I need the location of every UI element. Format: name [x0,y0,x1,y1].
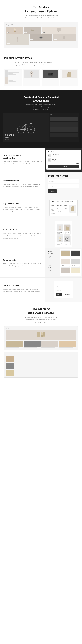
user-login-title: User Login Widget [3,284,42,287]
cat-item-label-6: Bottle [54,39,57,40]
filter-product-info-6: Lamp $32 [71,273,80,275]
filter-option-black[interactable]: Black [48,269,58,270]
cart-item-name-2: Leather Bag [52,159,80,160]
slide-thumb-2 [50,122,78,127]
megamenu-col-item-10[interactable]: Contact [64,208,68,209]
cat-grid-row-1: Vase Bag Lamp [6,27,76,34]
filter-checkbox-clocks[interactable] [48,259,48,260]
wishlist-item-info-1: Modern Chair $45.00 [57,231,63,234]
track-order-desc: Theme with the up-to-date track your ord… [3,183,42,188]
filter-checkbox-price-1[interactable] [48,262,48,263]
login-preview: Login Username or Email Password LOGIN R… [54,281,73,298]
login-username-field[interactable]: Username or Email [56,286,72,288]
filter-option-white[interactable]: White [48,270,58,271]
filter-checkbox-white[interactable] [48,270,48,271]
megamenu-nav-shop[interactable]: SHOP [61,201,64,202]
off-canvas-image: Shopping Cart Bicycle Cart Item $120.00 … [45,148,82,172]
cart-total-row: Total $205.00 [48,163,80,164]
category-grid-preview: Category Grid Vase Bag Lamp Chair [4,22,78,48]
login-preview-title: Login [56,283,72,284]
login-password-field[interactable]: Password [56,289,72,292]
filter-label-price-3: $100+ [49,265,51,266]
svg-rect-56 [40,335,42,338]
svg-point-45 [58,226,61,230]
login-submit-btn[interactable]: LOGIN [56,293,62,296]
cart-preview: Shopping Cart Bicycle Cart Item $120.00 … [46,150,81,170]
svg-rect-42 [48,160,50,161]
slide-left: bicycle MODERN BIKE $299.00 [3,113,49,142]
blog-std-line-2 [15,359,58,359]
filter-product-card-5: Chair $45 [61,268,70,275]
megamenu-col-item-4[interactable]: Sale Items [51,213,55,214]
megamenu-logo: LOGO [51,201,54,202]
blog-title: Two Stunning Blog Design Options [4,307,78,314]
blog-masonry-preview: Blog Masonry [4,326,78,350]
filter-option-price-3[interactable]: $100+ [48,265,58,266]
blog-standard-label: Blog Standard [6,354,76,355]
megamenu-col-item-11[interactable]: FAQ [64,210,68,210]
filter-checkbox-price-2[interactable] [48,264,48,264]
filter-section-preview: FILTER CATEGORY Furniture Bags [46,249,81,276]
svg-rect-58 [43,336,45,338]
track-submit-btn[interactable]: TRACK [48,190,57,193]
megamenu-col-item-8[interactable]: Accessories [56,211,62,212]
megamenu-col-item-3[interactable]: Featured [51,212,55,213]
filter-checkbox-brown[interactable] [48,272,48,272]
filter-group-category-title: CATEGORY [48,253,58,254]
megamenu-nav-blog[interactable]: BLOG [70,201,73,202]
filter-checkbox-bags[interactable] [48,256,48,257]
svg-point-2 [14,28,16,30]
blog-line-2 [6,348,14,348]
filter-product-img-3 [61,259,70,264]
svg-rect-48 [60,239,60,240]
filter-option-lighting[interactable]: Lighting [48,257,58,258]
blog-col-3 [42,341,58,348]
animated-subtitle: Smashing e-commerce template with stunni… [0,104,82,110]
megamenu-col-item-5[interactable]: Furniture [56,206,62,208]
filter-label-clocks: Clocks [49,258,52,260]
filter-option-furniture[interactable]: Furniture [48,254,58,256]
wishlist-item-info-3: Table Lamp $32.00 [57,242,63,245]
filter-checkbox-black[interactable] [48,269,48,270]
filter-option-price-1[interactable]: $0 - $50 [48,262,58,263]
cart-checkout-btn[interactable]: CHECKOUT [48,165,80,168]
megamenu-col-item-2[interactable]: New Arrivals [51,209,55,211]
svg-rect-3 [31,30,34,32]
slide-right: Collection [49,113,79,142]
filter-checkbox-lighting[interactable] [48,257,48,258]
filter-option-bags[interactable]: Bags [48,256,58,257]
login-register-btn[interactable]: REGISTER [63,293,72,296]
blog-std-line-4 [15,365,67,366]
filter-product-card-6: Lamp $32 [70,268,80,275]
wishlist-item-price-3: $32.00 [57,244,62,245]
track-preview-heading: Track Your Order [48,174,79,177]
megamenu-nav-pages[interactable]: PAGES [65,201,69,202]
megamenu-col-item-7[interactable]: Lighting [56,210,62,210]
track-field-1[interactable]: Order ID [48,179,79,183]
track-field-2[interactable]: Billing Email [48,184,79,188]
filter-option-clocks[interactable]: Clocks [48,258,58,260]
megamenu-nav-home[interactable]: HOME [56,201,59,202]
filter-checkbox-price-3[interactable] [48,265,48,266]
wishlist-item-2: Leather Bag $89.00 [64,224,70,234]
blog-masonry-label: Blog Masonry [6,328,76,329]
megamenu-col-item-9[interactable]: About Us [64,206,68,208]
track-order-image: Track Your Order Order ID Billing Email … [45,172,82,196]
blog-preview: Blog Masonry [4,326,78,378]
cat-item-label-2: Bag [24,32,27,33]
cat-item-5: Clock [30,34,52,41]
blog-standard-row-3 [6,370,76,376]
svg-rect-10 [16,42,17,42]
filter-option-price-2[interactable]: $50 - $100 [48,264,58,265]
svg-rect-55 [40,332,42,335]
slide-inner: bicycle MODERN BIKE $299.00 Collection [3,113,79,142]
megamenu-col-item-1[interactable]: All Products [51,206,55,209]
filter-option-brown[interactable]: Brown [48,271,58,272]
blog-thumb-4 [59,341,76,347]
filter-checkbox-furniture[interactable] [48,255,48,256]
svg-line-30 [26,124,31,130]
svg-rect-5 [57,28,61,31]
blog-section: Two Stunning Blog Design Options Versati… [0,302,82,383]
animated-section: Beautifull & Smooth Animated Product Sli… [0,90,82,148]
megamenu-col-item-6[interactable]: Bags [56,208,62,209]
